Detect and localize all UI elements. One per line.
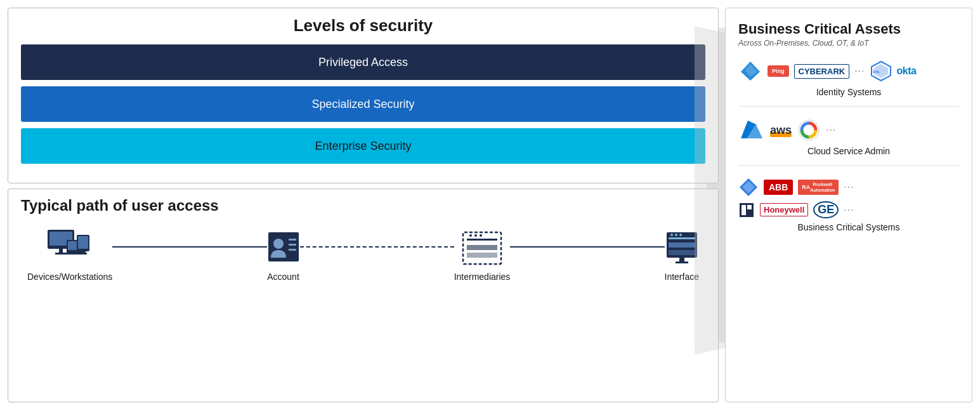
business-more-dots-row2: ··· (844, 204, 854, 216)
svg-point-18 (469, 234, 472, 237)
svg-rect-17 (467, 253, 497, 258)
svg-point-10 (273, 239, 284, 249)
cloud-section: aws ··· Cloud Service Admin (738, 118, 959, 166)
identity-logos: Ping CYBERARK ··· SAIL okta (738, 59, 959, 83)
bca-title: Business Critical Assets (738, 21, 959, 37)
svg-text:SAIL: SAIL (873, 70, 880, 74)
path-box: Typical path of user access (8, 188, 719, 402)
svg-rect-28 (679, 258, 684, 261)
svg-rect-41 (742, 205, 746, 215)
identity-more-dots: ··· (854, 65, 865, 77)
connector-2 (300, 246, 454, 248)
path-title: Typical path of user access (21, 197, 705, 215)
path-item-account: Account (267, 230, 300, 282)
svg-point-20 (480, 234, 482, 237)
sailpoint-logo: SAIL (870, 60, 892, 82)
azure-logo (738, 118, 765, 142)
right-panel: Business Critical Assets Across On-Premi… (725, 8, 972, 402)
svg-rect-3 (55, 253, 67, 255)
path-items: Devices/Workstations (21, 230, 705, 282)
cloud-label: Cloud Service Admin (738, 146, 959, 156)
svg-rect-8 (78, 236, 88, 249)
devices-label: Devices/Workstations (27, 272, 112, 282)
business-logos-row2: Honeywell GE ··· (738, 201, 959, 218)
left-panel: Levels of security Privileged Access Spe… (8, 8, 719, 402)
diamond-icon (738, 177, 759, 197)
bar-specialized: Specialized Security (21, 86, 705, 122)
main-container: Levels of security Privileged Access Spe… (0, 0, 980, 410)
interface-label: Interface (665, 272, 699, 282)
bar-enterprise: Enterprise Security (21, 128, 705, 164)
bca-subtitle: Across On-Premises, Cloud, OT, & IoT (738, 39, 959, 48)
levels-box: Levels of security Privileged Access Spe… (8, 8, 719, 183)
connector-3 (510, 246, 664, 248)
business-more-dots-row1: ··· (844, 182, 854, 193)
svg-rect-22 (669, 237, 695, 239)
svg-rect-12 (289, 244, 296, 246)
svg-rect-29 (676, 261, 688, 263)
devices-icon (48, 230, 92, 267)
cloud-more-dots: ··· (826, 124, 836, 136)
account-label: Account (267, 272, 299, 282)
cloud-logos: aws ··· (738, 118, 959, 142)
svg-rect-16 (467, 245, 497, 250)
svg-rect-42 (747, 205, 752, 209)
svg-rect-11 (289, 239, 296, 241)
bca-header: Business Critical Assets Across On-Premi… (738, 21, 959, 48)
svg-point-25 (670, 234, 673, 236)
small-square-icon (738, 202, 755, 218)
connector-1 (112, 246, 266, 248)
cyberark-logo: CYBERARK (794, 64, 850, 79)
path-item-intermediaries: Intermediaries (454, 230, 511, 282)
okta-logo: okta (897, 65, 917, 77)
svg-rect-2 (59, 249, 63, 253)
svg-rect-23 (669, 242, 695, 248)
svg-point-19 (474, 234, 477, 237)
bar-privileged: Privileged Access (21, 44, 705, 80)
business-section: ABB RA RockwellAutomation ··· Hone (738, 177, 959, 241)
path-item-devices: Devices/Workstations (27, 230, 112, 282)
intermediaries-label: Intermediaries (454, 272, 511, 282)
aws-logo: aws (770, 124, 792, 137)
svg-rect-15 (467, 239, 497, 241)
business-label: Business Critical Systems (738, 222, 959, 232)
svg-rect-6 (65, 253, 87, 255)
interface-icon (665, 230, 698, 267)
ping-logo: Ping (768, 65, 789, 77)
identity-label: Identity Systems (738, 87, 959, 97)
azure-ad-logo (738, 59, 762, 83)
rockwell-logo: RA RockwellAutomation (798, 180, 839, 195)
levels-title: Levels of security (21, 16, 705, 36)
svg-rect-13 (289, 249, 296, 251)
ge-logo: GE (813, 201, 839, 218)
svg-point-26 (675, 234, 677, 236)
account-icon (267, 230, 300, 267)
svg-rect-24 (669, 250, 695, 255)
honeywell-logo: Honeywell (760, 203, 808, 216)
abb-logo: ABB (764, 180, 793, 195)
business-logos: ABB RA RockwellAutomation ··· (738, 177, 959, 197)
intermediaries-icon (462, 230, 502, 267)
path-item-interface: Interface (665, 230, 699, 282)
gcp-logo (797, 118, 821, 142)
identity-section: Ping CYBERARK ··· SAIL okta Identity (738, 59, 959, 107)
svg-point-27 (679, 234, 682, 236)
